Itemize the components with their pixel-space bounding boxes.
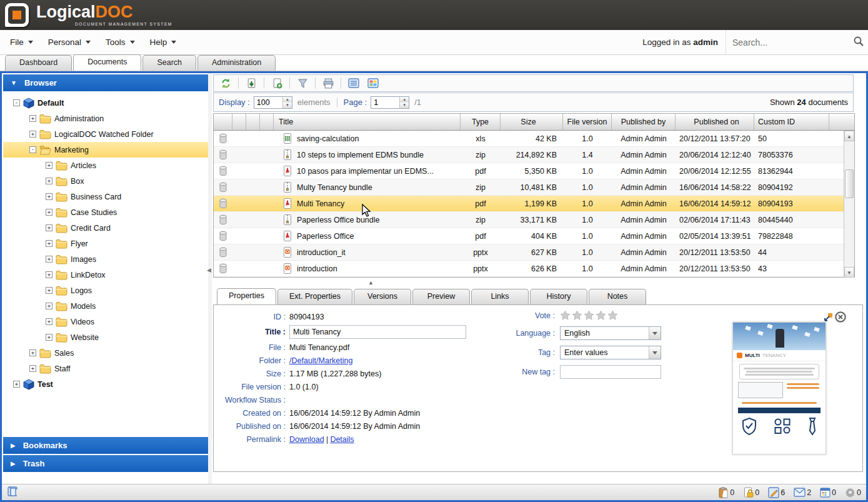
tree-node-flyer[interactable]: +Flyer (3, 236, 208, 251)
counter-calendar[interactable]: 0 (820, 487, 836, 498)
column-header-custom-id[interactable]: Custom ID (754, 114, 829, 130)
column-header-published-by[interactable]: Published by (612, 114, 676, 130)
tree-node-images[interactable]: +Images (3, 251, 208, 267)
add-document-icon[interactable] (270, 76, 284, 90)
tree-node-credit-card[interactable]: +Credit Card (3, 220, 208, 236)
language-select[interactable]: English (560, 326, 661, 340)
menu-personal[interactable]: Personal (41, 34, 98, 51)
tab-dashboard[interactable]: Dashboard (5, 55, 72, 71)
expand-toggle-icon[interactable]: + (46, 209, 52, 216)
document-row-saving-calculation[interactable]: saving-calculationxls42 KB1.0Admin Admin… (214, 131, 854, 147)
menu-tools[interactable]: Tools (98, 34, 142, 51)
expand-toggle-icon[interactable]: + (46, 287, 52, 294)
chevron-down-icon[interactable] (649, 346, 661, 359)
counter-edit[interactable]: 6 (768, 487, 785, 498)
tree-node-articles[interactable]: +Articles (3, 158, 208, 173)
tree-node-staff[interactable]: +Staff (3, 361, 208, 376)
tree-node-default[interactable]: -Default (3, 95, 208, 111)
column-header-published-on[interactable]: Published on (676, 114, 754, 130)
tree-node-videos[interactable]: +Videos (3, 314, 208, 329)
details-tab-preview[interactable]: Preview (412, 289, 470, 304)
tree-node-sales[interactable]: +Sales (3, 345, 208, 361)
details-link[interactable]: Details (330, 435, 354, 444)
title-input[interactable] (289, 325, 466, 339)
column-header-title[interactable]: Title (274, 114, 461, 130)
spinner-up-icon[interactable]: ▲ (283, 97, 292, 103)
scroll-icon[interactable] (7, 486, 18, 499)
scrollbar-thumb[interactable] (845, 169, 854, 198)
display-count-input[interactable] (254, 98, 282, 107)
details-tab-versions[interactable]: Versions (354, 289, 411, 304)
new-tag-input[interactable] (560, 365, 661, 379)
browser-section-header[interactable]: ▼ Browser (3, 74, 208, 91)
print-icon[interactable] (321, 76, 335, 90)
details-panel-splitter[interactable]: ▲ (213, 279, 854, 288)
folder-path-link[interactable]: /Default/Marketing (289, 356, 352, 365)
scroll-down-icon[interactable]: ▼ (844, 267, 854, 278)
collapse-toggle-icon[interactable]: - (29, 146, 36, 153)
download-icon[interactable] (244, 76, 258, 90)
search-box[interactable] (726, 30, 868, 54)
page-number-input[interactable] (371, 98, 399, 107)
document-row-introduction[interactable]: introductionpptx626 KB1.0Admin Admin20/1… (214, 261, 854, 277)
details-tab-links[interactable]: Links (471, 289, 529, 304)
tree-node-administration[interactable]: +Administration (3, 111, 208, 126)
refresh-icon[interactable] (219, 76, 232, 90)
expand-toggle-icon[interactable]: + (46, 256, 52, 263)
collapse-details-icon[interactable]: ▲ (368, 279, 374, 286)
tree-node-case-studies[interactable]: +Case Studies (3, 204, 208, 220)
column-header-indicator[interactable] (232, 114, 246, 130)
menu-help[interactable]: Help (142, 34, 184, 51)
document-row-introduction-it[interactable]: introduction_itpptx627 KB1.0Admin Admin2… (214, 244, 854, 261)
expand-toggle-icon[interactable]: + (46, 318, 52, 325)
spinner-down-icon[interactable]: ▼ (400, 103, 409, 108)
expand-toggle-icon[interactable]: + (46, 271, 52, 278)
expand-toggle-icon[interactable]: + (46, 334, 52, 341)
column-header-size[interactable]: Size (501, 114, 563, 130)
tab-administration[interactable]: Administration (197, 55, 276, 71)
counter-clipboard[interactable]: 0 (718, 487, 734, 498)
close-icon[interactable] (835, 311, 846, 323)
expand-toggle-icon[interactable]: + (46, 303, 52, 309)
download-link[interactable]: Download (289, 435, 324, 444)
tree-node-marketing[interactable]: -Marketing (3, 142, 208, 158)
vote-stars[interactable] (560, 310, 618, 321)
tree-node-linkdetox[interactable]: +LinkDetox (3, 267, 208, 283)
grid-view-icon[interactable] (366, 76, 380, 90)
menu-file[interactable]: File (2, 34, 41, 51)
expand-toggle-icon[interactable]: + (29, 349, 36, 356)
expand-toggle-icon[interactable]: + (29, 115, 36, 122)
column-header-indicator[interactable] (246, 114, 260, 130)
tag-select[interactable]: Enter values (560, 346, 661, 359)
document-row-paperless-office-bundle[interactable]: Paperless Office bundlezip33,171 KB1.0Ad… (214, 212, 854, 228)
tree-node-logicaldoc-watched-folder[interactable]: +LogicalDOC Watched Folder (3, 126, 208, 142)
expand-toggle-icon[interactable]: + (46, 224, 52, 231)
tree-node-website[interactable]: +Website (3, 329, 208, 345)
document-row-multy-tenancy-bundle[interactable]: Multy Tenancy bundlezip10,481 KB1.0Admin… (214, 179, 854, 196)
counter-locked-document[interactable]: 0 (743, 487, 759, 498)
document-row-paperless-office[interactable]: Paperless Officepdf404 KB1.0Admin Admin0… (214, 228, 854, 244)
tree-node-logos[interactable]: +Logos (3, 283, 208, 298)
counter-gear[interactable]: 0 (845, 487, 861, 498)
filter-icon[interactable] (296, 76, 309, 90)
trash-section-header[interactable]: ▶ Trash (3, 455, 208, 472)
collapse-toggle-icon[interactable]: - (13, 99, 20, 106)
tree-node-box[interactable]: +Box (3, 173, 208, 189)
counter-envelope[interactable]: 2 (794, 488, 811, 497)
document-row-multi-tenancy[interactable]: Multi Tenancypdf1,199 KB1.0Admin Admin16… (214, 196, 854, 212)
chevron-down-icon[interactable] (649, 327, 661, 339)
search-icon[interactable] (852, 36, 866, 49)
pin-icon[interactable] (823, 313, 833, 323)
tree-node-test[interactable]: +Test (3, 376, 208, 392)
list-view-icon[interactable] (347, 76, 361, 90)
column-header-file-version[interactable]: File version (563, 114, 612, 130)
document-row-10-pasos-para-implementar-un-edms-[interactable]: 10 pasos para implementar un EDMS...pdf5… (214, 163, 854, 179)
collapse-sidebar-icon[interactable]: ◀ (207, 267, 211, 273)
expand-toggle-icon[interactable]: + (29, 365, 36, 372)
details-tab-ext-properties[interactable]: Ext. Properties (277, 289, 352, 304)
page-number-spinner[interactable]: ▲▼ (371, 96, 409, 109)
tab-documents[interactable]: Documents (73, 54, 141, 71)
expand-toggle-icon[interactable]: + (46, 193, 52, 200)
document-row-10-steps-to-implement-edms-bundle[interactable]: 10 steps to implement EDMS bundlezip214,… (214, 147, 854, 163)
tab-search[interactable]: Search (142, 55, 196, 71)
